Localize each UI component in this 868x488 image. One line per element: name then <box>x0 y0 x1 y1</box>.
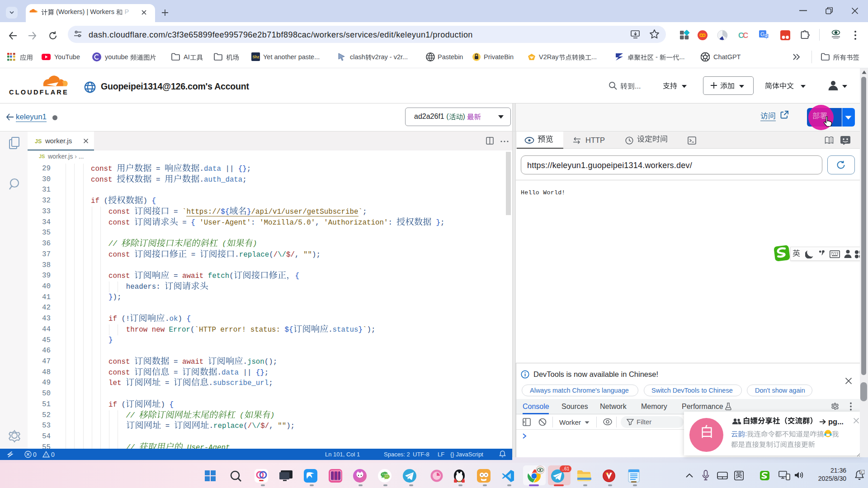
svg-text:JS: JS <box>39 154 45 159</box>
svg-text:C: C <box>743 31 748 40</box>
svg-text:G: G <box>760 31 764 38</box>
svg-text:JS: JS <box>35 138 42 145</box>
svg-text:0: 0 <box>51 451 55 458</box>
svg-text:z: z <box>861 470 863 474</box>
svg-text:!: ! <box>46 454 47 457</box>
svg-text:Shz: Shz <box>253 55 259 59</box>
svg-text:0: 0 <box>33 451 37 458</box>
